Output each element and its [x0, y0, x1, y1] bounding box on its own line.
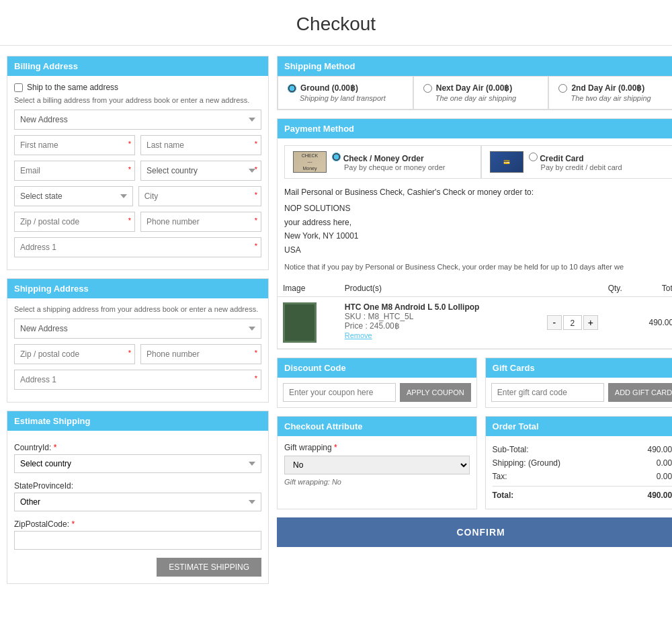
shipping-option-twoday[interactable]: 2nd Day Air (0.00฿) The two day air ship…: [548, 76, 672, 110]
col-total: Total: [628, 280, 672, 297]
shipping-radio-twoday[interactable]: [558, 84, 567, 93]
est-state-select[interactable]: Other: [14, 493, 261, 511]
billing-state-select[interactable]: Select state: [14, 186, 133, 206]
est-country-label: CountryId: *: [14, 443, 261, 452]
checkout-attr-header: Checkout Attribute: [278, 417, 476, 436]
address1-required: *: [255, 242, 257, 250]
estimate-shipping-section: Estimate Shipping CountryId: * Select co…: [7, 411, 269, 584]
first-name-required: *: [128, 140, 131, 148]
shipping-phone-required: *: [255, 349, 257, 357]
add-gift-card-button[interactable]: ADD GIFT CARD: [608, 383, 672, 402]
check-money-icon: CHECK---Money: [293, 151, 327, 173]
shipping-new-address-select[interactable]: New Address: [14, 319, 261, 339]
qty-value: 2: [563, 315, 582, 330]
payment-option-check[interactable]: CHECK---Money Check / Money Order Pay by…: [284, 145, 481, 179]
shipping-phone[interactable]: [140, 344, 261, 364]
country-required: *: [255, 165, 257, 173]
shipping-option-ground[interactable]: Ground (0.00฿) Shipping by land transpor…: [278, 76, 413, 110]
shipping-label-ground: Ground (0.00฿): [300, 83, 358, 93]
billing-phone[interactable]: [140, 212, 261, 232]
tax-value: 0.00฿: [657, 472, 672, 481]
payment-info: Mail Personal or Business Check, Cashier…: [278, 185, 672, 280]
payment-radio-cc[interactable]: [529, 153, 538, 161]
product-image: [283, 302, 317, 343]
phone-required: *: [255, 216, 257, 224]
gift-wrap-note: Gift wrapping: No: [284, 478, 470, 486]
billing-country-select[interactable]: Select country: [140, 161, 261, 181]
subtotal-value: 490.00฿: [647, 445, 672, 454]
nop-address-line3: New York, NY 10001: [284, 229, 672, 243]
billing-email[interactable]: [14, 161, 135, 181]
product-sku: SKU : M8_HTC_5L: [345, 312, 536, 321]
payment-notice-text: Notice that if you pay by Personal or Bu…: [284, 261, 672, 274]
shipping-address-section: Shipping Address Select a shipping addre…: [7, 278, 269, 403]
checkout-attribute-section: Checkout Attribute Gift wrapping * No Gi…: [277, 416, 477, 509]
gift-wrap-select[interactable]: No: [284, 456, 470, 474]
qty-decrease-button[interactable]: -: [547, 315, 562, 330]
table-row: HTC One M8 Android L 5.0 Lollipop SKU : …: [278, 296, 672, 348]
email-required: *: [128, 165, 131, 173]
payment-radio-check[interactable]: [332, 153, 341, 161]
shipping-method-section: Shipping Method Ground (0.00฿) Shipping …: [277, 56, 672, 110]
apply-coupon-button[interactable]: APPLY COUPON: [400, 383, 471, 402]
shipping-addr1-required: *: [255, 374, 257, 382]
est-country-select[interactable]: Select country: [14, 454, 261, 473]
gift-cards-header: Gift Cards: [486, 358, 672, 378]
shipping-label: Shipping: (Ground): [493, 458, 560, 468]
qty-increase-button[interactable]: +: [583, 315, 598, 330]
shipping-address-header: Shipping Address: [7, 279, 268, 298]
ship-same-checkbox[interactable]: [14, 83, 23, 92]
billing-first-name[interactable]: [14, 135, 135, 155]
page-title: Checkout: [0, 0, 672, 46]
billing-city[interactable]: [138, 186, 261, 206]
shipping-option-nextday[interactable]: Next Day Air (0.00฿) The one day air shi…: [413, 76, 549, 110]
billing-address1[interactable]: [14, 237, 261, 257]
shipping-desc-twoday: The two day air shipping: [558, 94, 672, 102]
product-price: Price : 245.00฿: [345, 321, 536, 331]
payment-label-cc: Credit Card: [540, 154, 583, 163]
ship-same-label: Ship to the same address: [27, 83, 118, 92]
billing-hint: Select a billing address from your addre…: [14, 96, 261, 104]
subtotal-label: Sub-Total:: [493, 445, 529, 454]
payment-method-section: Payment Method CHECK---Money Check / Mon…: [277, 118, 672, 349]
payment-sublabel-cc: Pay by credit / debit card: [529, 163, 622, 171]
product-remove-link[interactable]: Remove: [345, 331, 372, 339]
product-name: HTC One M8 Android L 5.0 Lollipop: [345, 302, 536, 312]
billing-new-address-select[interactable]: New Address: [14, 110, 261, 130]
shipping-desc-nextday: The one day air shipping: [423, 94, 539, 102]
nop-address-line2: your address here,: [284, 216, 672, 229]
credit-card-icon: 💳: [490, 151, 523, 173]
estimate-shipping-button[interactable]: ESTIMATE SHIPPING: [157, 558, 261, 577]
order-total-header: Order Total: [486, 417, 672, 436]
billing-last-name[interactable]: [140, 135, 261, 155]
nop-address-line1: NOP SOLUTIONS: [284, 202, 672, 215]
est-zip-input[interactable]: [14, 531, 261, 550]
col-qty: Qty.: [542, 280, 628, 297]
shipping-method-header: Shipping Method: [278, 56, 672, 76]
shipping-radio-ground[interactable]: [288, 84, 296, 93]
tax-label: Tax:: [493, 472, 507, 481]
shipping-address1[interactable]: [14, 370, 261, 390]
shipping-label-nextday: Next Day Air (0.00฿): [436, 83, 513, 93]
payment-label-check: Check / Money Order: [343, 154, 424, 163]
billing-zip[interactable]: [14, 212, 135, 232]
shipping-radio-nextday[interactable]: [423, 84, 432, 93]
payment-option-cc[interactable]: 💳 Credit Card Pay by credit / debit card: [481, 145, 672, 179]
shipping-value: 0.00฿: [657, 458, 672, 468]
shipping-address-hint: Select a shipping address from your addr…: [14, 305, 261, 313]
total-value: 490.00฿: [647, 491, 672, 500]
last-name-required: *: [255, 140, 257, 148]
gift-card-input[interactable]: [491, 383, 604, 402]
payment-method-header: Payment Method: [278, 119, 672, 138]
nop-address-line4: USA: [284, 243, 672, 257]
confirm-button[interactable]: CONFIRM: [277, 517, 672, 547]
city-required: *: [255, 191, 257, 199]
confirm-section: CONFIRM: [277, 517, 672, 547]
coupon-input[interactable]: [283, 383, 396, 402]
payment-sublabel-check: Pay by cheque or money order: [332, 163, 445, 171]
est-state-label: StateProvinceId:: [14, 481, 261, 491]
billing-header: Billing Address: [7, 56, 268, 76]
shipping-zip[interactable]: [14, 344, 135, 364]
qty-control: - 2 +: [547, 315, 622, 330]
estimate-shipping-header: Estimate Shipping: [7, 411, 268, 431]
